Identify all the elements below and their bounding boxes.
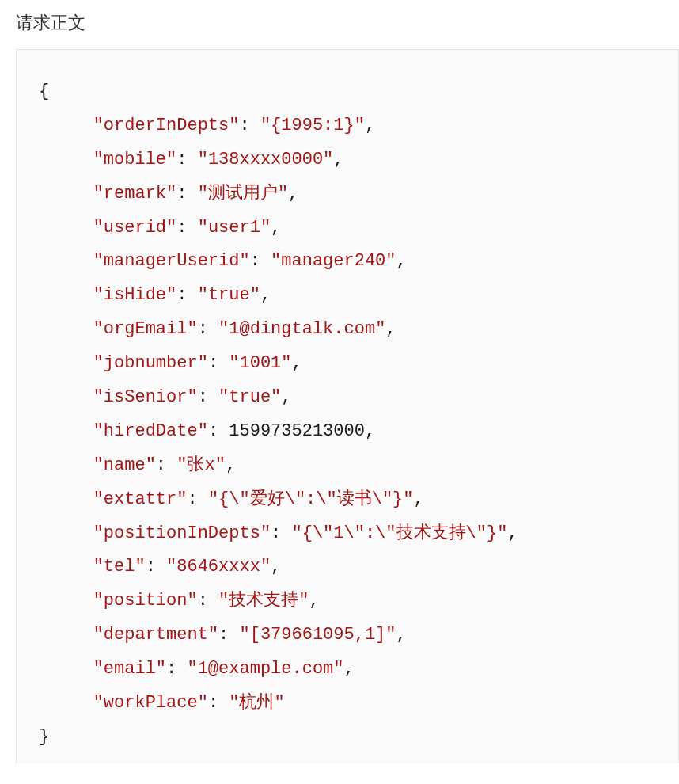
json-entry: "remark": "测试用户", [39, 184, 298, 204]
json-entry: "userid": "user1", [39, 218, 281, 238]
json-value: [379661095,1] [250, 625, 386, 645]
json-value: 杭州 [239, 693, 274, 713]
json-entry: "isHide": "true", [39, 285, 271, 305]
json-value: manager240 [281, 251, 385, 271]
json-value: 1001 [239, 353, 281, 373]
json-key: email [104, 659, 156, 679]
json-value: 测试用户 [208, 184, 278, 204]
section-title: 请求正文 [16, 11, 679, 35]
json-key: userid [104, 218, 166, 238]
json-value: user1 [208, 218, 260, 238]
json-value: 1@example.com [198, 659, 334, 679]
json-entry: "managerUserid": "manager240", [39, 251, 407, 271]
json-key: tel [104, 557, 135, 577]
json-key: name [104, 455, 146, 475]
json-entry: "workPlace": "杭州" [39, 693, 285, 713]
json-value: 138xxxx0000 [208, 150, 323, 169]
json-key: remark [104, 184, 166, 204]
json-key: hiredDate [104, 421, 198, 441]
json-value: 8646xxxx [176, 557, 260, 577]
json-entry: "jobnumber": "1001", [39, 353, 302, 373]
json-code-block: { "orderInDepts": "{1995:1}", "mobile": … [16, 49, 679, 763]
json-entry: "extattr": "{\"爱好\":\"读书\"}", [39, 489, 424, 509]
json-key: orgEmail [104, 319, 188, 339]
json-key: managerUserid [104, 251, 240, 271]
json-value: 张x [187, 455, 214, 475]
json-entry: "orgEmail": "1@dingtalk.com", [39, 319, 396, 339]
json-key: jobnumber [104, 353, 198, 373]
json-key: extattr [104, 489, 176, 509]
json-value: {\"爱好\":\"读书\"} [218, 489, 403, 509]
json-value: 技术支持 [229, 591, 298, 611]
json-value: true [208, 285, 250, 305]
json-value: 1599735213000 [229, 421, 365, 441]
json-entry: "tel": "8646xxxx", [39, 557, 281, 577]
json-entry: "isSenior": "true", [39, 387, 292, 407]
json-value: {1995:1} [271, 116, 355, 135]
json-entry: "department": "[379661095,1]", [39, 625, 407, 645]
json-key: department [104, 625, 208, 645]
json-entry: "mobile": "138xxxx0000", [39, 150, 344, 169]
json-entry: "position": "技术支持", [39, 591, 320, 611]
json-body: "orderInDepts": "{1995:1}", "mobile": "1… [39, 116, 518, 713]
json-value: {\"1\":\"技术支持\"} [302, 523, 497, 543]
json-key: position [104, 591, 188, 611]
json-entry: "orderInDepts": "{1995:1}", [39, 116, 375, 135]
json-key: mobile [104, 150, 166, 169]
json-key: orderInDepts [104, 116, 229, 135]
json-value: 1@dingtalk.com [229, 319, 375, 339]
json-entry: "name": "张x", [39, 455, 236, 475]
brace-open: { [39, 82, 49, 101]
json-key: workPlace [104, 693, 198, 713]
json-entry: "positionInDepts": "{\"1\":\"技术支持\"}", [39, 523, 518, 543]
json-key: isHide [104, 285, 166, 305]
brace-close: } [39, 727, 49, 747]
json-key: positionInDepts [104, 523, 260, 543]
json-entry: "email": "1@example.com", [39, 659, 355, 679]
json-entry: "hiredDate": 1599735213000, [39, 421, 375, 441]
json-value: true [229, 387, 271, 407]
json-key: isSenior [104, 387, 188, 407]
